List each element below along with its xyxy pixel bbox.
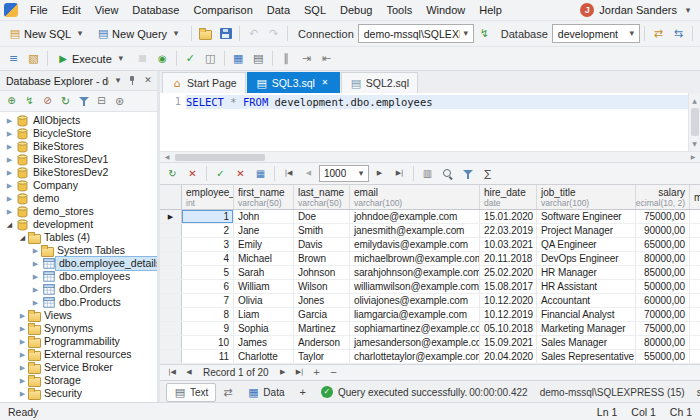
- cell-employee_id[interactable]: 1: [182, 210, 234, 223]
- nav-first-button[interactable]: |◀: [164, 366, 180, 380]
- menu-edit[interactable]: Edit: [55, 1, 88, 19]
- collapse-all-button[interactable]: ⊟: [93, 93, 110, 110]
- menu-comparison[interactable]: Comparison: [186, 1, 259, 19]
- cell-ma[interactable]: [690, 252, 700, 265]
- cell-ma[interactable]: [690, 280, 700, 293]
- column-header-job_title[interactable]: job_titlevarchar(100): [537, 185, 636, 209]
- add-connection-button[interactable]: ⊕: [3, 93, 20, 110]
- cell-employee_id[interactable]: 3: [182, 238, 234, 251]
- add-result-tab-button[interactable]: +: [294, 386, 310, 398]
- delete-row-button[interactable]: −: [326, 366, 342, 380]
- row-selector[interactable]: [160, 238, 182, 251]
- cell-employee_id[interactable]: 9: [182, 322, 234, 335]
- column-header-ma[interactable]: ma: [690, 185, 700, 209]
- sql-code[interactable]: SELECT * FROM development.dbo.employees: [186, 93, 688, 151]
- tree-item-bikestoresdev2[interactable]: ▶BikeStoresDev2: [0, 166, 157, 179]
- row-selector[interactable]: [160, 350, 182, 363]
- tree-item-dbo-employees[interactable]: ▶dbo.employees: [0, 270, 157, 283]
- undo-button[interactable]: ↶: [244, 24, 263, 43]
- column-header-first_name[interactable]: first_namevarchar(50): [234, 185, 294, 209]
- expand-arrow-icon[interactable]: ▶: [17, 377, 28, 385]
- expand-arrow-icon[interactable]: ▶: [4, 169, 15, 177]
- tree-item-system-tables[interactable]: ▶System Tables: [0, 244, 157, 257]
- sql-line-1[interactable]: SELECT * FROM development.dbo.employees: [186, 95, 688, 109]
- cell-last_name[interactable]: Anderson: [294, 336, 350, 349]
- cell-first_name[interactable]: Sarah: [234, 266, 294, 279]
- cell-ma[interactable]: [690, 336, 700, 349]
- row-selector[interactable]: ▶: [160, 210, 182, 223]
- cell-hire_date[interactable]: 20.04.2020: [480, 350, 537, 363]
- tab-sql2-sql[interactable]: ▤SQL2.sql: [341, 72, 418, 93]
- stop-button[interactable]: ■: [133, 49, 152, 68]
- tab-start-page[interactable]: ⌂Start Page: [162, 72, 246, 93]
- expand-arrow-icon[interactable]: ▶: [17, 364, 28, 372]
- cancel-refresh-button[interactable]: ✕: [183, 164, 202, 183]
- expand-arrow-icon[interactable]: ▶: [17, 325, 28, 333]
- cell-email[interactable]: oliviajones@example.com: [350, 294, 480, 307]
- tab-sql3-sql[interactable]: ▤SQL3.sql✕: [247, 72, 340, 93]
- sql-editor[interactable]: 1 SELECT * FROM development.dbo.employee…: [160, 93, 700, 151]
- find-button[interactable]: [438, 164, 457, 183]
- row-selector[interactable]: [160, 294, 182, 307]
- cell-employee_id[interactable]: 8: [182, 308, 234, 321]
- cell-last_name[interactable]: Garcia: [294, 308, 350, 321]
- row-selector[interactable]: [160, 322, 182, 335]
- cell-email[interactable]: liamgarcia@example.com: [350, 308, 480, 321]
- cell-last_name[interactable]: Jones: [294, 294, 350, 307]
- pin-icon[interactable]: [127, 76, 139, 86]
- menu-debug[interactable]: Debug: [333, 1, 379, 19]
- cell-email[interactable]: johndoe@example.com: [350, 210, 480, 223]
- expand-arrow-icon[interactable]: ▶: [4, 208, 15, 216]
- refresh-button[interactable]: ↻: [57, 93, 74, 110]
- expand-arrow-icon[interactable]: ▶: [4, 182, 15, 190]
- expand-arrow-icon[interactable]: ▶: [17, 312, 28, 320]
- cell-ma[interactable]: [690, 210, 700, 223]
- cell-email[interactable]: michaelbrown@example.com: [350, 252, 480, 265]
- row-selector[interactable]: [160, 252, 182, 265]
- tree-item-demo[interactable]: ▶demo: [0, 192, 157, 205]
- tree-item-views[interactable]: ▶Views: [0, 309, 157, 322]
- totals-button[interactable]: ∑: [478, 164, 497, 183]
- expand-arrow-icon[interactable]: ▶: [30, 273, 41, 281]
- cell-salary[interactable]: 90000,00: [636, 224, 690, 237]
- cell-job_title[interactable]: Project Manager: [537, 224, 636, 237]
- tree-item-bicyclestore[interactable]: ▶BicycleStore: [0, 127, 157, 140]
- column-header-email[interactable]: emailvarchar(100): [350, 185, 480, 209]
- nav-next-button[interactable]: ▶: [275, 366, 291, 380]
- edit-connection-button[interactable]: ↯: [475, 24, 494, 43]
- expand-arrow-icon[interactable]: ▶: [30, 260, 41, 268]
- menu-sql[interactable]: SQL: [297, 1, 333, 19]
- apply-changes-button[interactable]: ✓: [211, 164, 230, 183]
- cell-job_title[interactable]: DevOps Engineer: [537, 252, 636, 265]
- row-selector[interactable]: [160, 336, 182, 349]
- column-header-salary[interactable]: salarydecimal(10, 2): [636, 185, 690, 209]
- expand-arrow-icon[interactable]: ▶: [30, 286, 41, 294]
- editor-horizontal-scrollbar[interactable]: ◀ ▶: [160, 151, 700, 162]
- cell-employee_id[interactable]: 5: [182, 266, 234, 279]
- collapse-arrow-icon[interactable]: ◢: [4, 221, 15, 229]
- schema-compare-button[interactable]: ⇄: [649, 24, 668, 43]
- cell-last_name[interactable]: Wilson: [294, 280, 350, 293]
- cell-email[interactable]: sophiamartinez@example.com: [350, 322, 480, 335]
- execute-button[interactable]: ▶Execute▾: [52, 50, 132, 67]
- results-data-tab[interactable]: ▦Data: [239, 383, 292, 402]
- expand-arrow-icon[interactable]: ▶: [4, 195, 15, 203]
- cell-job_title[interactable]: QA Engineer: [537, 238, 636, 251]
- scroll-down-icon[interactable]: ▼: [689, 137, 700, 150]
- refresh-results-button[interactable]: ↻: [163, 164, 182, 183]
- cell-salary[interactable]: 75000,00: [636, 322, 690, 335]
- cell-salary[interactable]: 80000,00: [636, 336, 690, 349]
- tree-item-external-resources[interactable]: ▶External resources: [0, 348, 157, 361]
- row-selector[interactable]: [160, 266, 182, 279]
- column-header-employee_id[interactable]: employee_idint: [182, 185, 234, 209]
- cell-hire_date[interactable]: 25.02.2020: [480, 266, 537, 279]
- tree-item-dbo-employee-details[interactable]: ▶dbo.employee_details: [0, 257, 157, 270]
- tree-item-dbo-products[interactable]: ▶dbo.Products: [0, 296, 157, 309]
- add-row-button[interactable]: +: [309, 366, 325, 380]
- scrollbar-thumb[interactable]: [691, 108, 699, 136]
- settings-button[interactable]: ⊛: [111, 93, 128, 110]
- menu-tools[interactable]: Tools: [379, 1, 419, 19]
- cell-last_name[interactable]: Taylor: [294, 350, 350, 363]
- prev-page-button[interactable]: ◀: [299, 164, 318, 183]
- comment-button[interactable]: ∥: [277, 49, 296, 68]
